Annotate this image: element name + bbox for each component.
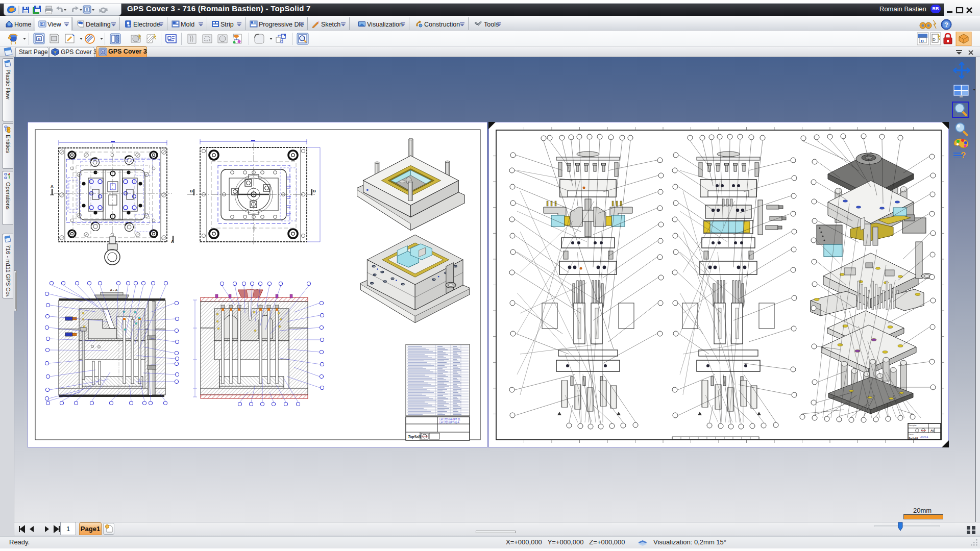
svg-text:D: D (38, 37, 40, 41)
svg-text:D: D (933, 37, 936, 42)
svg-text:Dessin: Dessin (909, 434, 914, 436)
svg-text:?: ? (944, 21, 948, 29)
svg-text:LM 1753-04 GPT 01: LM 1753-04 GPT 01 (439, 418, 460, 421)
svg-text:TopSolid: TopSolid (408, 435, 423, 439)
svg-text:D: D (41, 22, 43, 26)
svg-text:gMS-PD-A: gMS-PD-A (920, 436, 928, 438)
svg-text:B: B (190, 189, 193, 193)
svg-text:B: B (313, 189, 316, 193)
svg-text:T: T (129, 24, 131, 28)
svg-text:A: A (51, 184, 54, 189)
svg-text:A0: A0 (930, 429, 934, 432)
svg-text:?: ? (961, 151, 966, 158)
svg-text:A - A: A - A (110, 288, 118, 292)
svg-text:D: D (102, 51, 104, 54)
svg-text:D: D (921, 39, 924, 43)
svg-text:TopSolid: TopSolid (909, 437, 918, 439)
svg-text:LM 1753 GPT 01-A: LM 1753 GPT 01-A (439, 421, 459, 424)
svg-text:Description: Description (909, 424, 917, 427)
